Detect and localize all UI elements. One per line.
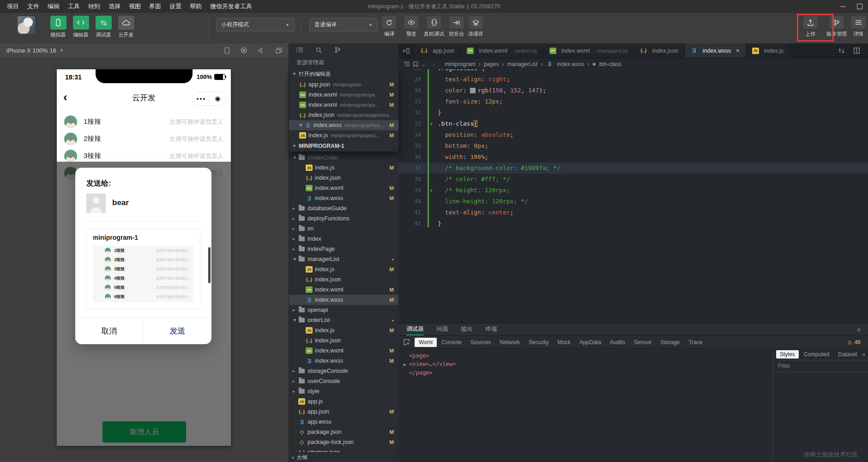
tree-item[interactable]: ◇package-lock.jsonM — [289, 437, 398, 447]
devtools-tab-Network[interactable]: Network — [495, 338, 524, 347]
action-background[interactable]: 切后台 — [449, 16, 464, 37]
menu-item[interactable]: 文件 — [23, 2, 43, 11]
open-editors-header[interactable]: ▼打开的编辑器 — [289, 68, 398, 79]
tree-item[interactable]: ▼orderList● — [289, 315, 398, 325]
styles-tab-Computed[interactable]: Computed — [800, 350, 833, 359]
tree-item[interactable]: ▼createOrder — [289, 152, 398, 163]
nav-back-icon[interactable]: ← — [422, 61, 427, 67]
rotate-device-icon[interactable] — [224, 47, 229, 54]
code-line[interactable]: 31 font-size: 12px; — [398, 96, 868, 107]
close-capsule-icon[interactable]: ◉ — [210, 92, 226, 105]
editor-tab-index.wxml[interactable]: <>index.wxml...\orderList — [461, 43, 543, 58]
tree-item[interactable]: ▸openapi — [289, 305, 398, 315]
breadcrumb-item[interactable]: pages — [484, 61, 499, 67]
editor-tab-index.json[interactable]: {..}index.json — [634, 43, 685, 58]
menu-item[interactable]: 工具 — [64, 2, 84, 11]
send-button[interactable]: 发送 — [143, 318, 211, 344]
menu-item[interactable]: 项目 — [3, 2, 23, 11]
compile-select[interactable]: 普通编译▼ — [309, 18, 378, 31]
action-clear-cache[interactable]: 清缓存 — [468, 16, 483, 37]
code-line[interactable]: 37 /* background-color: #1989fa; */ — [398, 163, 868, 174]
tree-item[interactable]: ◇package.jsonM — [289, 427, 398, 437]
code-line[interactable]: 33∨.btn-class{ — [398, 118, 868, 129]
tree-item[interactable]: JSindex.jsM — [289, 325, 398, 335]
menu-item[interactable]: 选择 — [104, 2, 125, 11]
tree-item[interactable]: JSindex.jsM — [289, 163, 398, 173]
code-line[interactable]: 34 position: absolute; — [398, 129, 868, 140]
devtools-tab-AppData[interactable]: AppData — [575, 338, 605, 347]
toolbar-button-云开发[interactable]: 云开发 — [117, 16, 135, 38]
split-editor-icon[interactable] — [854, 48, 860, 54]
action-device-debug[interactable]: 真机调试 — [424, 16, 444, 37]
tree-item[interactable]: ▸databaseGuide — [289, 203, 398, 213]
code-line[interactable]: 32} — [398, 107, 868, 118]
toolbar-button-模拟器[interactable]: 模拟器 — [49, 16, 67, 38]
tree-item[interactable]: <>index.wxmlM — [289, 346, 398, 356]
tree-item[interactable]: {..}index.json — [289, 274, 398, 285]
styles-filter-input[interactable]: Filter — [773, 360, 868, 372]
wxml-node[interactable]: ▶<view>…</view> — [404, 360, 773, 369]
menu-item[interactable]: 编辑 — [43, 2, 64, 11]
menu-item[interactable]: 界面 — [145, 2, 165, 11]
code-line[interactable]: 38 /* color: #fff; */ — [398, 174, 868, 185]
code-line[interactable]: 40 line-height: 120rpx; */ — [398, 196, 868, 207]
open-editor-item[interactable]: ×Ǝindex.wxssminiprogram\pa...M — [289, 120, 398, 130]
open-editor-item[interactable]: {..}index.jsonminiprogram\pages\ma... — [289, 110, 398, 120]
tree-item[interactable]: ▸storageConsole — [289, 366, 398, 376]
tree-item[interactable]: Ǝindex.wxssM — [289, 295, 398, 305]
code-line[interactable]: 30 color: rgb(156, 152, 147); — [398, 85, 868, 96]
code-line[interactable]: 41 text-align: center; — [398, 207, 868, 218]
action-details[interactable]: 详情 — [851, 16, 865, 37]
tree-item[interactable]: Ǝapp.wxss — [289, 417, 398, 427]
multi-window-icon[interactable] — [276, 48, 282, 54]
cancel-button[interactable]: 取消 — [75, 318, 143, 344]
devtools-tab-Sensor[interactable]: Sensor — [630, 338, 656, 347]
open-editor-item[interactable]: <>index.wxmlminiprogram\pa...M — [289, 100, 398, 110]
editor-tab-index.wxml[interactable]: <>index.wxml...\managerList — [543, 43, 634, 58]
open-editors-icon[interactable] — [296, 47, 303, 53]
debugger-tab-调试器[interactable]: 调试器 — [406, 323, 424, 335]
devtools-tab-Mock[interactable]: Mock — [553, 338, 575, 347]
record-icon[interactable] — [241, 47, 247, 54]
more-tabs-icon[interactable]: » — [862, 351, 865, 358]
code-line[interactable]: 35 bottom: 0px; — [398, 140, 868, 152]
styles-tab-Styles[interactable]: Styles — [776, 350, 799, 359]
tree-item[interactable]: ▸style — [289, 386, 398, 396]
tab-overflow-icon[interactable] — [398, 43, 415, 58]
list-item[interactable]: 1辣辣左滑可操作该负责人 — [57, 113, 231, 130]
devtools-tab-Trace[interactable]: Trace — [684, 338, 706, 347]
git-icon[interactable] — [335, 47, 340, 53]
editor-tab-app.json[interactable]: {..}app.json — [415, 43, 461, 58]
tree-item[interactable]: ▸im — [289, 224, 398, 234]
tree-item[interactable]: JSindex.jsM — [289, 264, 398, 274]
code-line[interactable]: 29 text-align: right; — [398, 74, 868, 85]
expand-icon[interactable]: ▶ — [404, 360, 409, 369]
devtools-tab-Storage[interactable]: Storage — [656, 338, 684, 347]
toolbar-button-编辑器[interactable]: 编辑器 — [72, 16, 90, 38]
open-editor-item[interactable]: JSindex.jsminiprogram\pages\...M — [289, 130, 398, 140]
project-section-header[interactable]: ▼MINIPROGRAM-1 — [289, 140, 398, 152]
tree-item[interactable]: ▸indexPage — [289, 244, 398, 254]
sound-icon[interactable] — [258, 48, 265, 54]
devtools-tab-Sources[interactable]: Sources — [466, 338, 495, 347]
devtools-tab-Console[interactable]: Console — [437, 338, 466, 347]
collapse-panel-icon[interactable]: ∧ — [857, 327, 868, 333]
open-editor-item[interactable]: {..}app.jsonminiprogramM — [289, 79, 398, 90]
menu-item[interactable]: 微信开发者工具 — [206, 2, 256, 11]
wxml-node[interactable]: <page> — [404, 352, 773, 360]
debugger-tab-终端[interactable]: 终端 — [486, 323, 497, 335]
tree-item[interactable]: ▸deployFunctions — [289, 213, 398, 224]
code-line[interactable]: 42} — [398, 218, 868, 229]
device-selector[interactable]: iPhone X 100% 16 — [6, 47, 56, 54]
tree-item[interactable]: {..}index.json — [289, 335, 398, 346]
wxml-node[interactable]: </page> — [404, 369, 773, 377]
editor-tab-index.wxss[interactable]: Ǝindex.wxss× — [685, 43, 746, 58]
tree-item[interactable]: {..}index.json — [289, 173, 398, 183]
open-editor-item[interactable]: <>index.wxmlminiprogram\pa...M — [289, 90, 398, 100]
action-compile[interactable]: 编译 — [382, 16, 396, 37]
tree-item[interactable]: Ǝindex.wxssM — [289, 356, 398, 366]
tree-item[interactable]: <>index.wxmlM — [289, 285, 398, 295]
code-line[interactable]: 28.rightClass { — [398, 69, 868, 74]
warning-badge[interactable]: ⚠ 46 — [847, 339, 868, 346]
code-line[interactable]: 39∨ /* height: 120rpx; — [398, 185, 868, 196]
